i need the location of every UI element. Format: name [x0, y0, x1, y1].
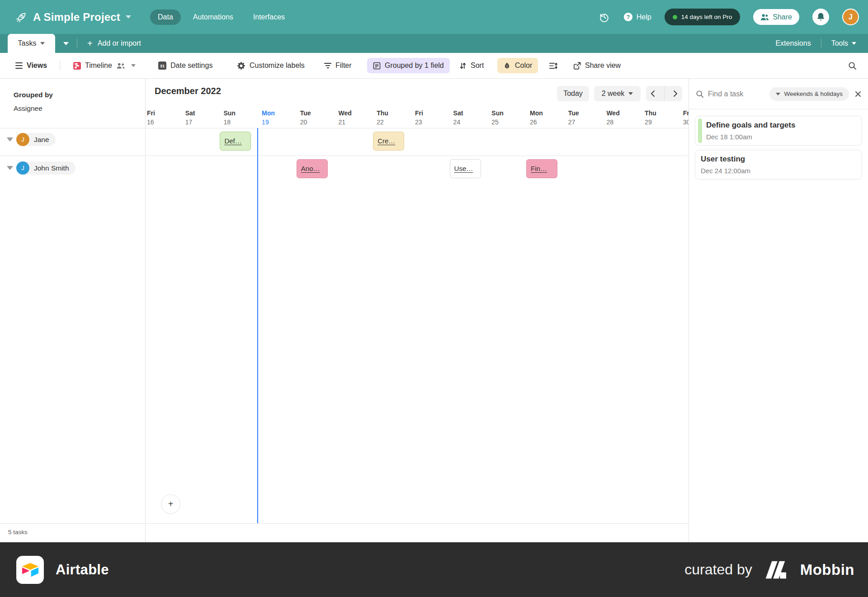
task-card[interactable]: User testingDec 24 12:00am [695, 150, 862, 180]
day-column-sun-25[interactable]: Sun25 [487, 109, 525, 126]
day-column-thu-22[interactable]: Thu22 [372, 109, 410, 126]
day-number: 22 [377, 118, 410, 126]
share-button[interactable]: Share [753, 9, 799, 25]
history-icon[interactable] [599, 11, 610, 23]
group-pill-john-smith[interactable]: JJohn Smith [16, 161, 75, 175]
task-bar[interactable]: Def… [220, 132, 251, 151]
task-card[interactable]: Define goals and targetsDec 18 1:00am [695, 116, 862, 146]
add-or-import-button[interactable]: + Add or import [87, 38, 141, 49]
grouped-by-button[interactable]: Grouped by 1 field [367, 58, 450, 73]
trial-badge[interactable]: 14 days left on Pro [665, 9, 741, 25]
next-button[interactable] [668, 86, 682, 101]
bottom-divider [0, 523, 689, 524]
filter-icon [324, 62, 331, 70]
day-column-wed-28[interactable]: Wed28 [602, 109, 640, 126]
nav-tab-automations[interactable]: Automations [185, 9, 241, 25]
range-select[interactable]: 2 week [594, 86, 641, 101]
task-bar[interactable]: Use… [450, 159, 481, 178]
timeline-viewport[interactable]: Fri16Sat17Sun18Mon19Tue20Wed21Thu22Fri23… [146, 79, 689, 523]
chevron-down-icon [776, 93, 780, 95]
filter-button[interactable]: Filter [324, 53, 352, 78]
day-number: 21 [339, 118, 373, 126]
task-bar[interactable]: Ano… [297, 159, 328, 178]
table-list-expand-button[interactable] [55, 34, 77, 53]
sort-button[interactable]: Sort [459, 53, 484, 78]
task-bar[interactable]: Fin… [526, 159, 557, 178]
day-column-fri-16[interactable]: Fri16 [146, 109, 181, 126]
divider [60, 61, 60, 71]
day-column-fri-30[interactable]: Fri30 [679, 109, 689, 126]
day-column-thu-29[interactable]: Thu29 [640, 109, 679, 126]
weekends-filter-label: Weekends & holidays [784, 90, 843, 97]
range-label: 2 week [602, 90, 625, 98]
help-button[interactable]: ? Help [623, 12, 651, 22]
group-pill-jane[interactable]: JJane [16, 133, 56, 146]
task-bar[interactable]: Cre… [373, 132, 404, 151]
close-icon [855, 91, 861, 97]
day-column-sat-17[interactable]: Sat17 [181, 109, 219, 126]
day-column-sat-24[interactable]: Sat24 [449, 109, 487, 126]
user-avatar[interactable]: J [842, 9, 859, 25]
day-name: Wed [339, 109, 373, 117]
row-height-button[interactable] [549, 53, 557, 78]
collapse-group-icon[interactable] [7, 166, 13, 170]
color-button[interactable]: Color [497, 58, 538, 73]
avatar: J [16, 161, 29, 175]
extensions-button[interactable]: Extensions [775, 39, 811, 47]
views-button[interactable]: Views [15, 53, 47, 78]
notifications-button[interactable] [812, 9, 829, 25]
today-button[interactable]: Today [557, 86, 589, 101]
customize-labels-button[interactable]: Customize labels [237, 53, 305, 78]
find-task-input[interactable]: Find a task [708, 90, 743, 98]
day-column-sun-18[interactable]: Sun18 [219, 109, 257, 126]
weekends-filter-pill[interactable]: Weekends & holidays [769, 87, 849, 101]
airtable-wordmark: Airtable [56, 562, 109, 578]
people-icon [760, 13, 769, 21]
collapse-group-icon[interactable] [7, 137, 13, 142]
add-task-button[interactable]: + [161, 494, 180, 514]
tools-button[interactable]: Tools [831, 39, 856, 47]
header-right: ? Help 14 days left on Pro Share J [599, 9, 859, 25]
day-column-mon-19[interactable]: Mon19 [257, 109, 296, 126]
nav-tab-interfaces[interactable]: Interfaces [245, 9, 292, 25]
day-name: Sat [453, 109, 487, 117]
nav-tab-data[interactable]: Data [150, 9, 181, 25]
search-button[interactable] [848, 53, 857, 78]
chevron-down-icon [63, 42, 69, 45]
tabbar-right: Extensions Tools [775, 39, 856, 48]
app-title[interactable]: A Simple Project [33, 11, 120, 24]
timeline-label: Timeline [85, 62, 112, 70]
help-label: Help [637, 13, 651, 21]
day-column-wed-21[interactable]: Wed21 [334, 109, 373, 126]
sort-icon [459, 62, 467, 70]
group-name: John Smith [34, 164, 69, 172]
airtable-logo [16, 556, 44, 584]
day-column-tue-27[interactable]: Tue27 [564, 109, 602, 126]
day-name: Wed [606, 109, 640, 117]
day-name: Thu [645, 109, 679, 117]
share-view-button[interactable]: Share view [573, 53, 621, 78]
card-time: Dec 18 1:00am [706, 133, 856, 141]
day-column-mon-26[interactable]: Mon26 [525, 109, 564, 126]
day-name: Fri [683, 109, 689, 117]
today-line [257, 128, 258, 523]
day-name: Sun [223, 109, 257, 117]
paint-icon [503, 62, 511, 70]
day-column-fri-23[interactable]: Fri23 [410, 109, 449, 126]
search-icon [848, 62, 857, 70]
card-title: Define goals and targets [706, 121, 856, 130]
date-settings-button[interactable]: 31 Date settings [158, 53, 212, 78]
close-panel-button[interactable] [855, 91, 861, 97]
app-title-chevron-down-icon[interactable] [126, 15, 131, 19]
chevron-down-icon [628, 92, 633, 95]
timeline-view-button[interactable]: Timeline [73, 53, 136, 78]
search-icon [696, 90, 704, 98]
site-footer: Airtable curated by Mobbin [0, 542, 868, 597]
day-column-tue-20[interactable]: Tue20 [296, 109, 334, 126]
svg-text:?: ? [627, 14, 630, 20]
day-number: 18 [223, 118, 257, 126]
prev-button[interactable] [646, 86, 660, 101]
table-tab-tasks[interactable]: Tasks [8, 34, 55, 53]
tools-label: Tools [831, 39, 848, 47]
day-number: 28 [606, 118, 640, 126]
